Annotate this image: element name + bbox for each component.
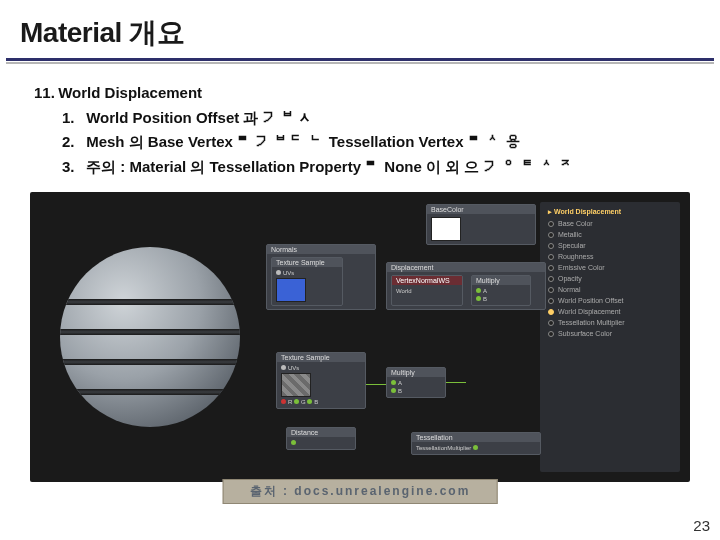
page-title: Material 개요 bbox=[20, 14, 700, 52]
prop-row: Opacity bbox=[558, 275, 582, 282]
preview-viewport bbox=[40, 202, 260, 472]
node-multiply: Multiply bbox=[472, 276, 530, 285]
preview-sphere bbox=[60, 247, 240, 427]
page-number: 23 bbox=[693, 517, 710, 534]
prop-row: Base Color bbox=[558, 220, 593, 227]
prop-row: World Position Offset bbox=[558, 297, 624, 304]
prop-row: Specular bbox=[558, 242, 586, 249]
source-credit: 출처 : docs.unrealengine.com bbox=[223, 479, 498, 504]
sub-text-3d: 으 ᄀ ᄋ ᄐ ᄉ ᄌ bbox=[464, 158, 575, 175]
title-underline-primary bbox=[6, 58, 714, 61]
prop-row: Tessellation Multiplier bbox=[558, 319, 625, 326]
material-graph: BaseColor Normals Texture Sample UVs Dis… bbox=[266, 202, 534, 472]
prop-row: Subsurface Color bbox=[558, 330, 612, 337]
material-output-panel: ▸ World Displacement Base Color Metallic… bbox=[540, 202, 680, 472]
sub-text-3b: 의 Tessellation Property bbox=[190, 158, 361, 175]
sub-text-2c: ᄅ ᄀ ᄇᄃ ᄂ Tessellation Vertex bbox=[237, 133, 463, 150]
prop-row: Metallic bbox=[558, 231, 582, 238]
node-multiply2: Multiply bbox=[387, 368, 445, 377]
sub-text-2b: 의 Base Vertex bbox=[129, 133, 233, 150]
prop-row: Roughness bbox=[558, 253, 593, 260]
sub-number-2: 2. bbox=[62, 131, 82, 154]
sub-text-3c: ᄅ None 이 외 bbox=[365, 158, 460, 175]
sub-text-1b: 과 ᄀ ᄇᆺ bbox=[243, 109, 311, 126]
node-texsample: Texture Sample bbox=[272, 258, 342, 267]
sub-text-2a: Mesh bbox=[86, 133, 124, 150]
sub-number-1: 1. bbox=[62, 107, 82, 130]
selected-output: ▸ World Displacement bbox=[548, 208, 672, 216]
sub-text-3a: 주의 : Material bbox=[86, 158, 186, 175]
node-basecolor: BaseColor bbox=[427, 205, 535, 214]
node-vertexnormal: VertexNormalWS bbox=[392, 276, 462, 285]
prop-row: Normal bbox=[558, 286, 581, 293]
node-tessellation: Tessellation bbox=[412, 433, 540, 442]
sub-number-3: 3. bbox=[62, 156, 82, 179]
editor-screenshot: BaseColor Normals Texture Sample UVs Dis… bbox=[30, 192, 690, 482]
node-normals: Normals bbox=[267, 245, 375, 254]
outline-list: 11. World Displacement 1. World Position… bbox=[34, 82, 686, 178]
list-number-11: 11. bbox=[34, 82, 54, 105]
list-heading: World Displacement bbox=[58, 84, 202, 101]
sub-text-1a: World Position Offset bbox=[86, 109, 239, 126]
sub-text-2d: ᄅ ᄉ 용 bbox=[468, 133, 521, 150]
prop-row: Emissive Color bbox=[558, 264, 605, 271]
node-texsample2: Texture Sample bbox=[277, 353, 365, 362]
node-displacement: Displacement bbox=[387, 263, 545, 272]
prop-row-active: World Displacement bbox=[558, 308, 621, 315]
node-distance: Distance bbox=[287, 428, 355, 437]
content-area: 11. World Displacement 1. World Position… bbox=[0, 64, 720, 178]
